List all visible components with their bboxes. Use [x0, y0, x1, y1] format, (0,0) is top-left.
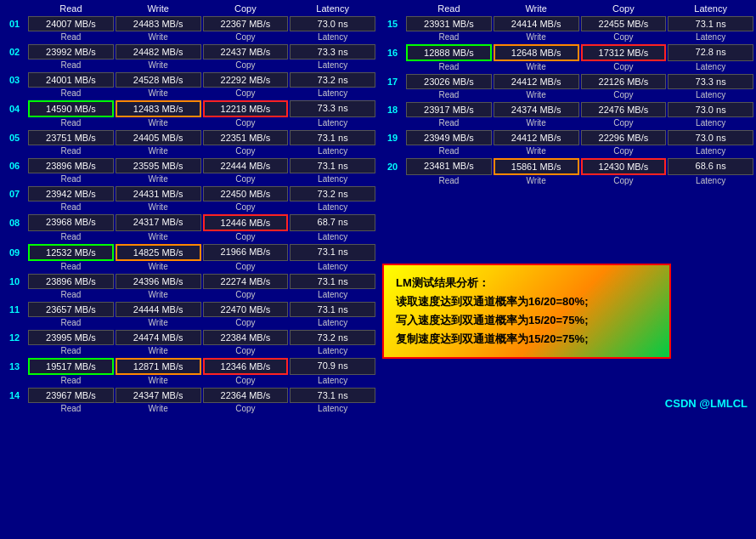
write-value: 15861 MB/s	[494, 158, 579, 175]
copy-value: 21966 MB/s	[203, 244, 289, 261]
column-label: Latency	[289, 146, 376, 156]
row-number: 18	[380, 101, 405, 118]
table-row: 0823968 MB/s24317 MB/s12446 MB/s68.7 nsR…	[2, 213, 376, 241]
copy-value: 22437 MB/s	[203, 44, 289, 60]
table-row: 1423967 MB/s24347 MB/s22364 MB/s73.1 nsR…	[2, 387, 376, 413]
write-value: 24414 MB/s	[494, 16, 579, 31]
copy-value: 12218 MB/s	[203, 100, 289, 117]
read-value: 23949 MB/s	[406, 130, 492, 145]
column-label: Read	[405, 90, 493, 99]
column-label: Copy	[580, 62, 668, 71]
read-value: 23931 MB/s	[406, 16, 492, 31]
copy-value: 22274 MB/s	[203, 274, 289, 289]
table-row: 0223992 MB/s24482 MB/s22437 MB/s73.3 nsR…	[2, 43, 376, 70]
left-header-read: Read	[27, 3, 115, 14]
column-label: Copy	[202, 346, 290, 355]
read-value: 23896 MB/s	[28, 274, 114, 289]
column-label: Latency	[667, 176, 754, 185]
column-label: Write	[115, 32, 202, 42]
right-header-read: Read	[405, 3, 493, 14]
column-label: Read	[27, 202, 115, 212]
read-value: 23968 MB/s	[28, 214, 114, 231]
right-header-latency: Latency	[667, 3, 754, 14]
column-label: Latency	[289, 262, 376, 271]
table-row: 1319517 MB/s12871 MB/s12346 MB/s70.9 nsR…	[2, 357, 376, 385]
column-label: Write	[493, 118, 580, 128]
column-label: Latency	[289, 232, 376, 241]
column-label: Latency	[289, 88, 376, 98]
write-value: 12871 MB/s	[116, 358, 201, 375]
copy-value: 22455 MB/s	[581, 16, 667, 31]
row-number: 19	[380, 129, 405, 146]
read-value: 23481 MB/s	[406, 158, 492, 175]
copy-value: 22444 MB/s	[203, 158, 289, 173]
column-label: Latency	[289, 202, 376, 212]
row-number: 12	[2, 329, 27, 346]
latency-value: 73.1 ns	[290, 388, 375, 403]
column-label: Latency	[289, 174, 376, 184]
latency-value: 70.9 ns	[290, 358, 375, 375]
column-label: Write	[115, 346, 202, 355]
column-label: Write	[493, 90, 580, 99]
column-label: Copy	[202, 60, 290, 70]
right-rows-container: 1523931 MB/s24414 MB/s22455 MB/s73.1 nsR…	[380, 15, 754, 185]
row-number: 13	[2, 357, 27, 376]
column-label: Copy	[202, 88, 290, 98]
column-label: Read	[27, 32, 115, 42]
latency-value: 72.8 ns	[668, 44, 753, 61]
latency-value: 73.3 ns	[668, 74, 753, 89]
column-label: Read	[27, 262, 115, 271]
left-header: Read Write Copy Latency	[2, 2, 376, 15]
table-row: 1612888 MB/s12648 MB/s17312 MB/s72.8 nsR…	[380, 43, 754, 71]
column-label: Write	[493, 146, 580, 156]
column-label: Read	[27, 118, 115, 128]
column-label: Copy	[202, 318, 290, 327]
csdn-label: CSDN @LMLCL	[665, 397, 748, 410]
read-value: 19517 MB/s	[28, 358, 114, 375]
read-value: 23751 MB/s	[28, 130, 114, 145]
write-value: 14825 MB/s	[116, 244, 201, 261]
column-label: Write	[115, 146, 202, 156]
column-label: Copy	[580, 176, 668, 185]
read-value: 23917 MB/s	[406, 102, 492, 117]
table-row: 1723026 MB/s24412 MB/s22126 MB/s73.3 nsR…	[380, 73, 754, 99]
table-row: 1523931 MB/s24414 MB/s22455 MB/s73.1 nsR…	[380, 15, 754, 42]
column-label: Copy	[202, 232, 290, 241]
analysis-line3: 复制速度达到双通道概率为15/20=75%;	[396, 330, 657, 349]
latency-value: 73.0 ns	[668, 130, 753, 145]
column-label: Latency	[289, 404, 376, 413]
column-label: Read	[27, 376, 115, 385]
column-label: Latency	[667, 146, 754, 156]
column-label: Read	[27, 60, 115, 70]
read-value: 23967 MB/s	[28, 388, 114, 403]
latency-value: 73.1 ns	[290, 302, 375, 317]
row-number: 01	[2, 15, 27, 32]
row-number: 03	[2, 71, 27, 88]
read-value: 12532 MB/s	[28, 244, 114, 261]
column-label: Copy	[580, 90, 668, 99]
column-label: Latency	[289, 290, 376, 299]
copy-value: 22367 MB/s	[203, 16, 289, 31]
table-row: 0623896 MB/s23595 MB/s22444 MB/s73.1 nsR…	[2, 157, 376, 184]
latency-value: 73.1 ns	[290, 130, 375, 145]
column-label: Copy	[202, 404, 290, 413]
latency-value: 73.0 ns	[668, 102, 753, 117]
column-label: Latency	[667, 118, 754, 128]
read-value: 14590 MB/s	[28, 100, 114, 117]
column-label: Read	[27, 290, 115, 299]
latency-value: 73.1 ns	[668, 16, 753, 31]
column-label: Latency	[289, 376, 376, 385]
read-value: 23995 MB/s	[28, 330, 114, 345]
column-label: Latency	[289, 60, 376, 70]
row-number: 05	[2, 129, 27, 146]
read-value: 23026 MB/s	[406, 74, 492, 89]
write-value: 24396 MB/s	[116, 274, 201, 289]
table-row: 1123657 MB/s24444 MB/s22470 MB/s73.1 nsR…	[2, 301, 376, 327]
column-label: Write	[115, 60, 202, 70]
read-value: 12888 MB/s	[406, 44, 492, 61]
write-value: 24483 MB/s	[116, 16, 201, 31]
read-value: 23657 MB/s	[28, 302, 114, 317]
column-label: Copy	[202, 174, 290, 184]
column-label: Copy	[202, 118, 290, 128]
row-number: 15	[380, 15, 405, 32]
